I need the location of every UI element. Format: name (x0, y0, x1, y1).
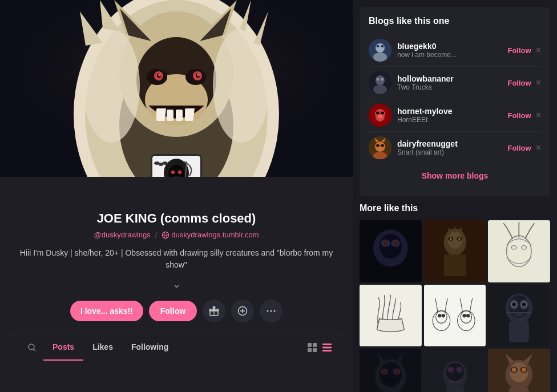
grid-image-3[interactable] (488, 220, 550, 282)
grid-view-icon[interactable] (307, 342, 317, 353)
svg-point-148 (449, 368, 453, 372)
svg-point-45 (178, 171, 181, 174)
search-tab-icon[interactable] (21, 335, 43, 360)
svg-point-106 (458, 237, 460, 240)
svg-point-55 (267, 310, 269, 312)
grid-image-2-art (424, 220, 486, 282)
tab-posts[interactable]: Posts (43, 334, 83, 361)
gift-button[interactable] (203, 300, 225, 322)
svg-point-135 (380, 362, 402, 387)
follow-hollowbananer-button[interactable]: Follow (507, 79, 531, 87)
blog-name: hollowbananer (397, 74, 507, 83)
svg-point-91 (380, 234, 402, 258)
grid-image-1-art (360, 220, 422, 282)
grid-image-2[interactable] (424, 220, 486, 282)
tab-following[interactable]: Following (122, 334, 177, 361)
follow-hornet-mylove-button[interactable]: Follow (507, 111, 531, 120)
svg-point-25 (83, 29, 140, 143)
svg-point-69 (373, 52, 387, 62)
svg-point-26 (213, 29, 270, 143)
more-like-title: More like this (360, 203, 550, 213)
left-panel: JOE KING (comms closed) @duskydrawings /… (0, 0, 353, 392)
profile-url[interactable]: duskydrawings.tumblr.com (162, 231, 259, 239)
follow-bluegekk0-button[interactable]: Follow (507, 46, 531, 55)
list-view-icon[interactable] (322, 342, 332, 353)
svg-point-142 (385, 378, 397, 383)
blogs-section: Blogs like this one bluegekk0 now i am b… (360, 7, 550, 196)
svg-point-76 (381, 78, 384, 81)
blog-desc: HornEEEt (397, 116, 507, 124)
blog-avatar (369, 71, 391, 94)
image-grid (360, 220, 550, 392)
asks-button[interactable]: I love... asks!! (70, 301, 143, 321)
blog-avatar (369, 136, 391, 159)
show-more-blogs-button[interactable]: Show more blogs (369, 164, 541, 187)
divider: / (155, 231, 158, 239)
blog-info: hollowbananer Two Trucks (397, 74, 507, 91)
svg-point-83 (375, 142, 385, 152)
dismiss-hollowbananer-button[interactable]: × (536, 78, 541, 88)
svg-point-85 (376, 144, 380, 147)
dismiss-dairyfreenugget-button[interactable]: × (536, 143, 541, 153)
grid-image-9-art (488, 349, 550, 392)
profile-bio: Hiii I'm Dusky | she/her, 20+ | Obsessed… (11, 247, 341, 271)
svg-point-75 (377, 78, 380, 81)
globe-icon (162, 231, 169, 239)
blog-avatar (369, 39, 391, 62)
svg-rect-112 (424, 285, 486, 347)
gift-icon (209, 306, 219, 316)
more-icon (266, 306, 276, 316)
svg-point-81 (378, 115, 382, 118)
subscribe-button[interactable] (231, 300, 254, 322)
profile-links: @duskydrawings / duskydrawings.tumblr.co… (11, 231, 341, 239)
blog-item: hollowbananer Two Trucks Follow × (369, 67, 541, 99)
blog-avatar-img (369, 71, 391, 94)
svg-point-56 (271, 310, 272, 312)
blog-info: hornet-mylove HornEEEt (397, 107, 507, 124)
grid-image-3-art (488, 220, 550, 282)
svg-point-24 (159, 49, 193, 71)
tab-likes[interactable]: Likes (83, 334, 122, 361)
svg-point-94 (383, 241, 388, 246)
svg-point-95 (393, 241, 398, 246)
blog-name: dairyfreenugget (397, 139, 507, 148)
follow-button[interactable]: Follow (149, 301, 197, 321)
grid-image-7[interactable] (360, 349, 422, 392)
grid-image-4[interactable] (360, 285, 422, 347)
svg-rect-130 (509, 321, 529, 342)
view-toggle (307, 334, 332, 361)
svg-point-28 (197, 73, 200, 76)
profile-handle[interactable]: @duskydrawings (94, 231, 151, 239)
dismiss-bluegekk0-button[interactable]: × (536, 45, 541, 55)
grid-image-8[interactable] (424, 349, 486, 392)
svg-point-129 (522, 302, 526, 306)
more-button[interactable] (260, 300, 282, 322)
svg-rect-60 (308, 343, 312, 347)
grid-image-5[interactable] (424, 285, 486, 347)
blog-avatar-img (369, 104, 391, 127)
expand-button[interactable]: ⌄ (11, 278, 341, 290)
blog-desc: now i am become... (397, 51, 507, 59)
hero-image (0, 0, 353, 177)
grid-image-6[interactable] (488, 285, 550, 347)
svg-point-145 (446, 363, 463, 382)
svg-rect-111 (360, 285, 422, 347)
svg-rect-39 (174, 176, 179, 177)
follow-dairyfreenugget-button[interactable]: Follow (507, 144, 531, 152)
svg-rect-150 (446, 386, 465, 392)
svg-point-120 (466, 314, 469, 317)
svg-rect-14 (176, 110, 183, 121)
profile-name: JOE KING (comms closed) (11, 211, 341, 226)
dismiss-hornet-mylove-button[interactable]: × (536, 110, 541, 120)
blog-item: dairyfreenugget Snart (snail art) Follow… (369, 132, 541, 164)
grid-image-1[interactable] (360, 220, 422, 282)
svg-rect-13 (167, 110, 173, 121)
svg-point-74 (373, 85, 387, 94)
svg-point-43 (162, 161, 168, 165)
subscribe-icon (237, 306, 248, 316)
svg-point-70 (377, 45, 380, 47)
svg-rect-158 (509, 387, 529, 392)
svg-point-73 (376, 75, 385, 86)
svg-point-71 (381, 45, 384, 47)
grid-image-9[interactable] (488, 349, 550, 392)
